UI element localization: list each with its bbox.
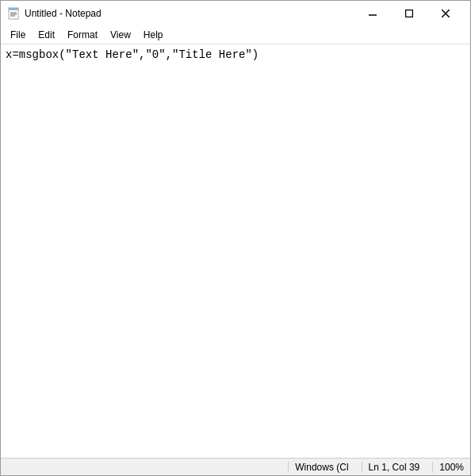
svg-rect-6 [406, 10, 413, 17]
text-editor[interactable] [1, 44, 470, 458]
encoding-status: Windows (Cl [288, 462, 348, 473]
svg-rect-1 [9, 8, 18, 10]
window-controls [354, 1, 464, 26]
close-button[interactable] [427, 1, 464, 26]
menu-edit[interactable]: Edit [32, 28, 61, 42]
notepad-icon [7, 7, 20, 20]
minimize-button[interactable] [354, 1, 391, 26]
menu-view[interactable]: View [104, 28, 137, 42]
position-status: Ln 1, Col 39 [362, 462, 420, 473]
menu-bar: File Edit Format View Help [1, 26, 470, 44]
notepad-window: Untitled - Notepad File Edi [0, 0, 471, 476]
maximize-button[interactable] [391, 1, 427, 26]
title-bar: Untitled - Notepad [1, 1, 470, 26]
zoom-status: 100% [432, 462, 464, 473]
title-bar-left: Untitled - Notepad [7, 7, 101, 20]
window-title: Untitled - Notepad [25, 8, 101, 19]
editor-container [1, 44, 470, 458]
status-bar: Windows (Cl Ln 1, Col 39 100% [1, 458, 470, 475]
menu-file[interactable]: File [4, 28, 32, 42]
menu-format[interactable]: Format [61, 28, 104, 42]
menu-help[interactable]: Help [137, 28, 170, 42]
